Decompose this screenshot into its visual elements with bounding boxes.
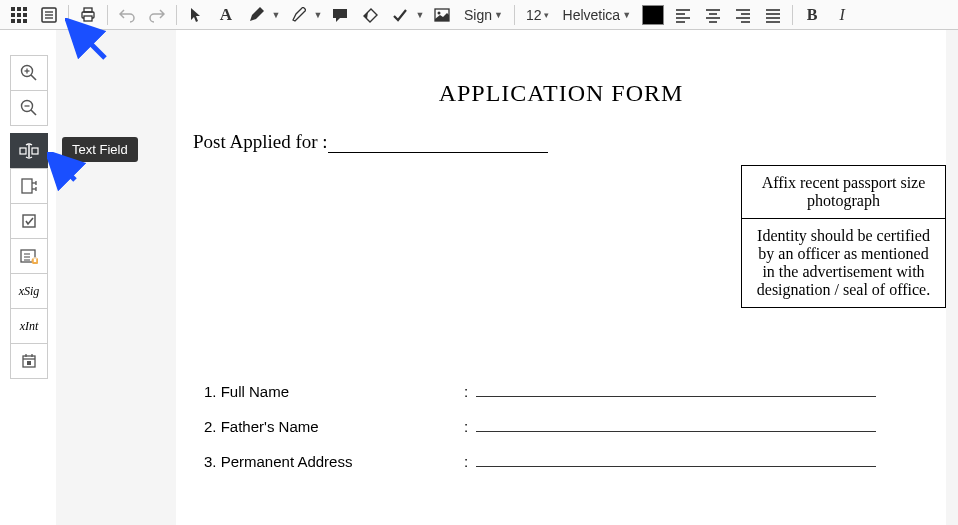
select-tool-icon[interactable] — [181, 2, 211, 28]
field-label: 2. Father's Name — [204, 418, 464, 435]
svg-line-39 — [31, 110, 36, 115]
redo-icon[interactable] — [142, 2, 172, 28]
separator — [107, 5, 108, 25]
signature-label: xSig — [19, 284, 40, 299]
field-colon: : — [464, 453, 476, 470]
image-tool-icon[interactable] — [427, 2, 457, 28]
photo-box: Affix recent passport size photograph Id… — [741, 165, 946, 308]
underline — [328, 152, 548, 153]
chevron-down-icon: ▼ — [494, 10, 503, 20]
field-colon: : — [464, 383, 476, 400]
page-viewport[interactable]: APPLICATION FORM Post Applied for : Affi… — [56, 30, 958, 525]
top-toolbar: A ▼ ▼ ▼ Sign▼ 12▾ Helvetica▼ B I — [0, 0, 958, 30]
svg-rect-6 — [11, 19, 15, 23]
svg-rect-1 — [17, 7, 21, 11]
field-line — [476, 396, 876, 397]
eraser-tool-icon[interactable] — [355, 2, 385, 28]
chevron-down-icon: ▾ — [544, 10, 549, 20]
signature-field-tool[interactable]: xSig — [10, 273, 48, 309]
bold-button[interactable]: B — [797, 2, 827, 28]
paragraph-field-tool[interactable] — [10, 168, 48, 204]
align-right-icon[interactable] — [728, 2, 758, 28]
svg-rect-15 — [84, 16, 92, 21]
align-left-icon[interactable] — [668, 2, 698, 28]
tooltip-text-field: Text Field — [62, 137, 138, 162]
post-applied-label: Post Applied for : — [193, 131, 328, 152]
separator — [68, 5, 69, 25]
field-label: 3. Permanent Address — [204, 453, 464, 470]
svg-point-17 — [438, 11, 441, 14]
font-family-value: Helvetica — [563, 7, 621, 23]
pen-tool-icon[interactable] — [241, 2, 271, 28]
sign-dropdown[interactable]: Sign▼ — [457, 2, 510, 28]
color-swatch — [642, 5, 664, 25]
document-title: APPLICATION FORM — [176, 80, 946, 107]
date-field-tool[interactable] — [10, 343, 48, 379]
highlighter-dropdown-icon[interactable]: ▼ — [311, 2, 325, 28]
svg-rect-55 — [34, 259, 36, 262]
comment-tool-icon[interactable] — [325, 2, 355, 28]
field-row: 3. Permanent Address : — [204, 453, 946, 470]
initials-label: xInt — [20, 319, 39, 334]
field-label: 1. Full Name — [204, 383, 464, 400]
zoom-in-button[interactable] — [10, 55, 48, 91]
svg-line-35 — [31, 75, 36, 80]
field-row: 1. Full Name : — [204, 383, 946, 400]
checkmark-dropdown-icon[interactable]: ▼ — [413, 2, 427, 28]
checkmark-tool-icon[interactable] — [385, 2, 415, 28]
font-family-select[interactable]: Helvetica▼ — [556, 2, 639, 28]
chevron-down-icon: ▼ — [622, 10, 631, 20]
document-page: APPLICATION FORM Post Applied for : Affi… — [176, 30, 946, 525]
dropdown-field-tool[interactable] — [10, 238, 48, 274]
font-size-value: 12 — [526, 7, 542, 23]
separator — [514, 5, 515, 25]
svg-rect-4 — [17, 13, 21, 17]
separator — [792, 5, 793, 25]
sign-label: Sign — [464, 7, 492, 23]
svg-rect-8 — [23, 19, 27, 23]
svg-rect-0 — [11, 7, 15, 11]
svg-rect-3 — [11, 13, 15, 17]
font-size-select[interactable]: 12▾ — [519, 2, 556, 28]
text-tool-icon[interactable]: A — [211, 2, 241, 28]
left-tools-panel: xSig xInt — [10, 55, 48, 378]
svg-rect-2 — [23, 7, 27, 11]
undo-icon[interactable] — [112, 2, 142, 28]
photo-box-bottom: Identity should be certified by an offic… — [742, 218, 945, 307]
outline-icon[interactable] — [34, 2, 64, 28]
field-row: 2. Father's Name : — [204, 418, 946, 435]
print-icon[interactable] — [73, 2, 103, 28]
initials-field-tool[interactable]: xInt — [10, 308, 48, 344]
text-color-picker[interactable] — [638, 2, 668, 28]
form-fields: 1. Full Name : 2. Father's Name : 3. Per… — [204, 383, 946, 470]
svg-rect-7 — [17, 19, 21, 23]
zoom-out-button[interactable] — [10, 90, 48, 126]
post-applied-line: Post Applied for : — [193, 131, 946, 153]
svg-rect-43 — [32, 148, 38, 154]
pen-dropdown-icon[interactable]: ▼ — [269, 2, 283, 28]
highlighter-tool-icon[interactable] — [283, 2, 313, 28]
thumbnails-icon[interactable] — [4, 2, 34, 28]
field-line — [476, 431, 876, 432]
align-justify-icon[interactable] — [758, 2, 788, 28]
field-line — [476, 466, 876, 467]
field-colon: : — [464, 418, 476, 435]
align-center-icon[interactable] — [698, 2, 728, 28]
svg-rect-44 — [22, 179, 32, 193]
svg-rect-49 — [23, 215, 35, 227]
italic-button[interactable]: I — [827, 2, 857, 28]
svg-rect-42 — [20, 148, 26, 154]
photo-box-top: Affix recent passport size photograph — [742, 166, 945, 218]
svg-rect-60 — [27, 361, 31, 365]
separator — [176, 5, 177, 25]
checkbox-field-tool[interactable] — [10, 203, 48, 239]
svg-rect-5 — [23, 13, 27, 17]
text-field-tool[interactable] — [10, 133, 48, 169]
